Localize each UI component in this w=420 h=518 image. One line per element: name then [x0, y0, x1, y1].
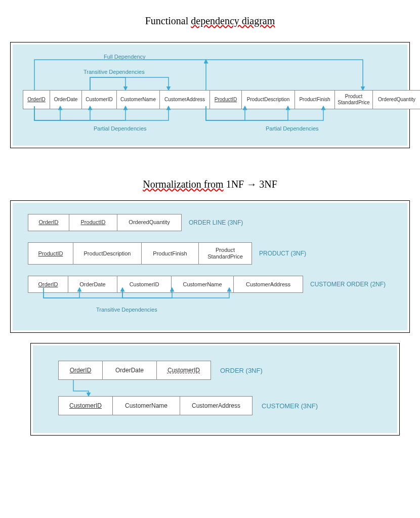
title1-plain: Functional [145, 15, 191, 26]
diagram2-label-1: PRODUCT (3NF) [259, 250, 306, 257]
field-customerid: CustomerID [156, 361, 211, 380]
field-orderdate: OrderDate [68, 276, 117, 293]
field-customeraddress: CustomerAddress [159, 90, 210, 109]
field-customeraddress: CustomerAddress [233, 276, 303, 293]
legend-partial-left: Partial Dependencies [94, 125, 147, 132]
diagram3-cells-1: CustomerIDCustomerNameCustomerAddress [58, 396, 253, 415]
field-orderedquantity: OrderedQuantity [117, 214, 182, 231]
legend-transitive-2: Transitive Dependencies [96, 307, 420, 313]
diagram2-cells-1: ProductIDProductDescriptionProductFinish… [28, 242, 252, 265]
panel3-outer: OrderIDOrderDateCustomerIDORDER (3NF)Cus… [30, 343, 400, 436]
diagram2-row-1: ProductIDProductDescriptionProductFinish… [28, 242, 397, 265]
field-orderdate: OrderDate [50, 90, 82, 109]
title-functional-dependency: Functional dependency diagram [10, 15, 410, 27]
field-customername: CustomerName [116, 90, 160, 109]
diagram2-cells-0: OrderIDProductIDOrderedQuantity [28, 214, 182, 231]
title2-wavy: Normalization from [143, 179, 223, 190]
diagram2-label-2: CUSTOMER ORDER (2NF) [310, 281, 386, 288]
field-orderid: OrderID [58, 361, 103, 380]
field-productfinish: ProductFinish [295, 90, 335, 109]
field-customerid: CustomerID [81, 90, 117, 109]
title-normalization: Normalization from 1NF → 3NF [10, 179, 410, 190]
diagram3-label-1: CUSTOMER (3NF) [262, 402, 318, 410]
title2-plain: 1NF → 3NF [224, 179, 277, 190]
field-productdescription: ProductDescription [241, 90, 295, 109]
diagram2-row-0: OrderIDProductIDOrderedQuantityORDER LIN… [28, 214, 397, 231]
diagram3-label-0: ORDER (3NF) [220, 367, 263, 374]
field-customername: CustomerName [171, 276, 234, 293]
field-orderedquantity: OrderedQuantity [372, 90, 420, 109]
field-orderid: OrderID [28, 214, 69, 231]
legend-transitive: Transitive Dependencies [83, 69, 145, 75]
field-productdescription: ProductDescription [73, 242, 142, 265]
field-customeraddress: CustomerAddress [180, 396, 253, 415]
diagram2-label-0: ORDER LINE (3NF) [189, 219, 243, 226]
field-productfinish: ProductFinish [141, 242, 199, 265]
diagram3-cells-0: OrderIDOrderDateCustomerID [58, 361, 211, 380]
field-customerid: CustomerID [58, 396, 113, 415]
panel2-outer: OrderIDProductIDOrderedQuantityORDER LIN… [10, 200, 410, 333]
title1-wavy: dependency diagram [191, 15, 275, 26]
field-product-standardprice: Product StandardPrice [198, 242, 252, 265]
field-productid: ProductID [28, 242, 73, 265]
field-productid: ProductID [69, 214, 117, 231]
field-productid: ProductID [209, 90, 242, 109]
panel1-outer: Full Dependency Transitive Dependencies … [10, 42, 410, 148]
field-orderid: OrderID [28, 276, 68, 293]
diagram2-row-2: OrderIDOrderDateCustomerIDCustomerNameCu… [28, 276, 397, 293]
diagram3-row-0: OrderIDOrderDateCustomerIDORDER (3NF) [58, 361, 382, 380]
panel2: OrderIDProductIDOrderedQuantityORDER LIN… [13, 203, 407, 330]
field-orderid: OrderID [23, 90, 50, 109]
field-orderdate: OrderDate [102, 361, 157, 380]
field-customerid: CustomerID [117, 276, 172, 293]
diagram3-row-1: CustomerIDCustomerNameCustomerAddressCUS… [58, 396, 382, 415]
panel1: Full Dependency Transitive Dependencies … [13, 45, 407, 146]
field-customername: CustomerName [112, 396, 180, 415]
diagram2-cells-2: OrderIDOrderDateCustomerIDCustomerNameCu… [28, 276, 303, 293]
panel3: OrderIDOrderDateCustomerIDORDER (3NF)Cus… [33, 346, 397, 433]
panel1-inner: Full Dependency Transitive Dependencies … [23, 50, 397, 141]
field-product-standardprice: Product StandardPrice [334, 90, 373, 109]
legend-full: Full Dependency [104, 54, 146, 60]
legend-partial-right: Partial Dependencies [266, 125, 319, 132]
diagram1-cells: OrderIDOrderDateCustomerIDCustomerNameCu… [23, 90, 420, 109]
